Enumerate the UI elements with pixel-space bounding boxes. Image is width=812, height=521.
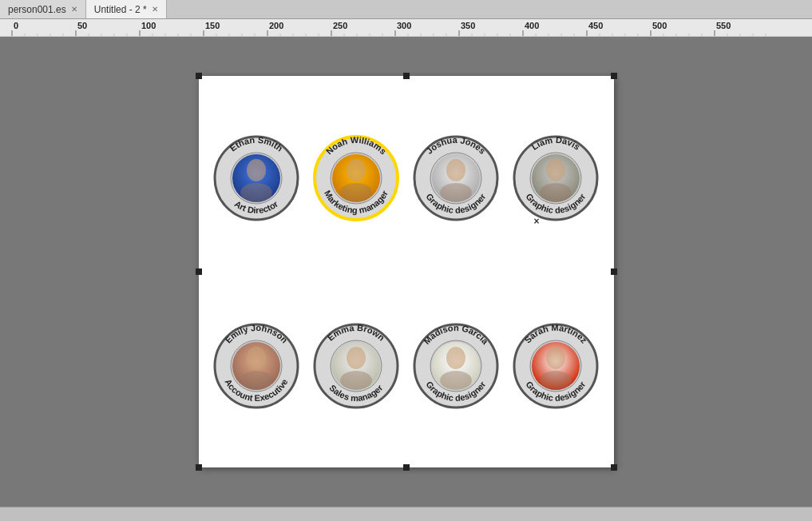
handle-mid-right[interactable] (611, 268, 617, 275)
tab-bar: person001.es ✕ Untitled - 2 * ✕ (0, 0, 812, 19)
svg-point-94 (440, 183, 472, 202)
handle-bot-left[interactable] (196, 464, 202, 471)
handle-mid-left[interactable] (196, 268, 202, 275)
svg-text:450: 450 (588, 21, 603, 30)
svg-text:150: 150 (205, 21, 220, 30)
badge-item[interactable]: Sarah MartínezGraphic designer (509, 275, 603, 456)
svg-point-93 (446, 159, 465, 181)
badge-item[interactable]: Emma BrownSales manager (310, 275, 403, 456)
svg-point-77 (247, 159, 266, 181)
ruler: // Will be rendered by JS below 05010015… (0, 19, 812, 37)
svg-text:300: 300 (397, 21, 411, 30)
svg-point-125 (446, 347, 465, 369)
svg-point-134 (540, 371, 572, 390)
svg-text:400: 400 (525, 21, 539, 30)
svg-point-109 (247, 347, 266, 369)
status-bar (0, 507, 812, 521)
handle-bot-mid[interactable] (403, 464, 410, 471)
ruler-svg: // Will be rendered by JS below 05010015… (0, 19, 812, 36)
svg-point-117 (347, 347, 366, 369)
design-canvas[interactable]: Ethan SmithArt DirectorNoah WilliamsMark… (199, 76, 614, 467)
svg-point-102 (540, 183, 572, 202)
tab-person001[interactable]: person001.es ✕ (0, 0, 86, 18)
handle-top-left[interactable] (196, 73, 202, 79)
svg-text:0: 0 (14, 21, 18, 30)
svg-text:100: 100 (141, 21, 156, 30)
handle-top-right[interactable] (611, 73, 617, 79)
badge-grid: Ethan SmithArt DirectorNoah WilliamsMark… (199, 76, 614, 467)
svg-text:550: 550 (716, 21, 731, 30)
canvas-area: Ethan SmithArt DirectorNoah WilliamsMark… (0, 37, 812, 507)
badge-item[interactable]: Ethan SmithArt Director (210, 87, 303, 268)
svg-point-85 (347, 159, 366, 181)
svg-text:200: 200 (269, 21, 283, 30)
tab-close-icon[interactable]: ✕ (71, 5, 77, 14)
svg-text:50: 50 (77, 21, 87, 30)
svg-point-78 (240, 183, 272, 202)
tab-label: Untitled - 2 * (94, 4, 147, 15)
svg-text:350: 350 (461, 21, 475, 30)
badge-item[interactable]: Madison GarcíaGraphic designer (410, 275, 503, 456)
badge-item[interactable]: Emily JohnsonAccount Executive (210, 275, 303, 456)
svg-point-118 (340, 371, 372, 390)
tab-untitled[interactable]: Untitled - 2 * ✕ (86, 0, 167, 18)
x-marker: × (534, 216, 540, 227)
svg-text:250: 250 (333, 21, 347, 30)
badge-item[interactable]: Noah WilliamsMarketing manager (310, 87, 403, 268)
svg-point-110 (240, 371, 272, 390)
svg-point-133 (546, 347, 565, 369)
svg-point-86 (340, 183, 372, 202)
svg-point-101 (546, 159, 565, 181)
badge-item[interactable]: Joshua JonesGraphic designer (410, 87, 503, 268)
badge-item[interactable]: Liam DavisGraphic designer (509, 87, 603, 268)
svg-text:500: 500 (652, 21, 667, 30)
tab-close-icon[interactable]: ✕ (152, 5, 158, 14)
handle-bot-right[interactable] (611, 464, 617, 471)
handle-top-mid[interactable] (403, 73, 410, 79)
svg-point-126 (440, 371, 472, 390)
tab-label: person001.es (8, 4, 66, 15)
